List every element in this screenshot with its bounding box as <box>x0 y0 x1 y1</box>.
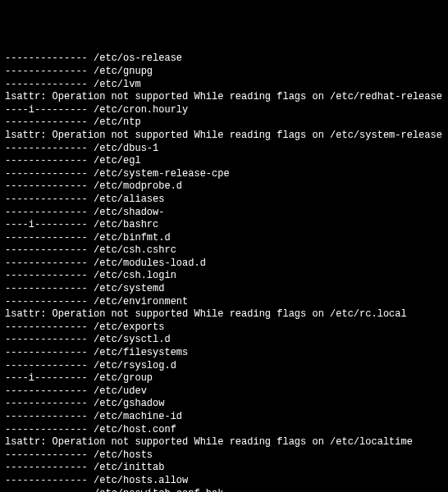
lsattr-entry: -------------- /etc/csh.cshrc <box>5 244 443 257</box>
file-path: /etc/environment <box>94 296 188 308</box>
file-path: /etc/exports <box>94 321 164 333</box>
file-path: /etc/gshadow <box>94 398 164 409</box>
file-path: /etc/cron.hourly <box>94 104 188 116</box>
attr-flags: -------------- <box>5 194 88 205</box>
attr-flags: -------------- <box>5 411 88 422</box>
lsattr-entry: -------------- /etc/modules-load.d <box>5 257 443 271</box>
attr-flags: -------------- <box>5 143 88 154</box>
file-path: /etc/egl <box>94 155 141 166</box>
lsattr-entry: -------------- /etc/dbus-1 <box>5 143 443 156</box>
attr-flags: -------------- <box>5 180 88 192</box>
file-path: /etc/sysctl.d <box>94 334 171 345</box>
attr-flags: -------------- <box>5 475 88 486</box>
file-path: /etc/csh.login <box>94 270 176 281</box>
attr-flags: ----i--------- <box>5 219 88 230</box>
file-path: /etc/modules-load.d <box>94 257 206 269</box>
file-path: /etc/os-release <box>94 52 182 64</box>
lsattr-entry: ----i--------- /etc/bashrc <box>5 219 443 232</box>
file-path: /etc/system-release-cpe <box>94 168 230 180</box>
attr-flags: -------------- <box>5 270 88 281</box>
file-path: /etc/bashrc <box>94 219 158 230</box>
lsattr-entry: -------------- /etc/environment <box>5 296 443 309</box>
attr-flags: -------------- <box>5 334 88 345</box>
attr-flags: -------------- <box>5 360 88 371</box>
lsattr-entry: -------------- /etc/inittab <box>5 462 443 475</box>
attr-flags: -------------- <box>5 244 88 256</box>
terminal-output: -------------- /etc/os-release----------… <box>5 52 443 492</box>
file-path: /etc/inittab <box>94 462 164 473</box>
attr-flags: -------------- <box>5 347 88 358</box>
file-path: /etc/modprobe.d <box>94 180 182 192</box>
file-path: /etc/hosts.allow <box>94 475 188 486</box>
attr-flags: -------------- <box>5 79 88 90</box>
lsattr-entry: -------------- /etc/host.conf <box>5 424 443 437</box>
lsattr-entry: -------------- /etc/udev <box>5 385 443 399</box>
lsattr-entry: -------------- /etc/egl <box>5 155 443 168</box>
lsattr-entry: -------------- /etc/shadow- <box>5 207 443 220</box>
lsattr-entry: -------------- /etc/rsyslog.d <box>5 360 443 373</box>
attr-flags: -------------- <box>5 321 88 333</box>
attr-flags: -------------- <box>5 488 88 492</box>
attr-flags: -------------- <box>5 232 88 244</box>
lsattr-entry: -------------- /etc/binfmt.d <box>5 232 443 245</box>
attr-flags: -------------- <box>5 155 88 166</box>
file-path: /etc/hosts <box>94 449 153 461</box>
file-path: /etc/csh.cshrc <box>94 244 176 256</box>
attr-flags: -------------- <box>5 116 88 128</box>
lsattr-entry: -------------- /etc/machine-id <box>5 411 443 424</box>
attr-flags: -------------- <box>5 207 88 218</box>
attr-flags: -------------- <box>5 385 88 397</box>
file-path: /etc/systemd <box>94 283 164 294</box>
file-path: /etc/ntp <box>94 116 141 128</box>
lsattr-error-line: lsattr: Operation not supported While re… <box>5 308 443 321</box>
lsattr-entry: -------------- /etc/aliases <box>5 194 443 207</box>
lsattr-entry: -------------- /etc/exports <box>5 321 443 335</box>
file-path: /etc/rsyslog.d <box>94 360 176 371</box>
attr-flags: -------------- <box>5 168 88 180</box>
lsattr-entry: -------------- /etc/csh.login <box>5 270 443 283</box>
attr-flags: -------------- <box>5 257 88 269</box>
lsattr-entry: -------------- /etc/nsswitch.conf.bak <box>5 488 443 492</box>
file-path: /etc/lvm <box>94 79 141 90</box>
file-path: /etc/aliases <box>94 194 164 205</box>
file-path: /etc/gnupg <box>94 66 153 77</box>
file-path: /etc/filesystems <box>94 347 188 358</box>
lsattr-error-line: lsattr: Operation not supported While re… <box>5 436 443 449</box>
attr-flags: -------------- <box>5 52 88 64</box>
lsattr-entry: -------------- /etc/lvm <box>5 79 443 92</box>
lsattr-entry: -------------- /etc/os-release <box>5 52 443 66</box>
attr-flags: -------------- <box>5 462 88 473</box>
attr-flags: -------------- <box>5 424 88 435</box>
file-path: /etc/group <box>94 372 153 384</box>
file-path: /etc/udev <box>94 385 147 397</box>
lsattr-entry: -------------- /etc/filesystems <box>5 347 443 360</box>
lsattr-entry: ----i--------- /etc/group <box>5 372 443 385</box>
file-path: /etc/dbus-1 <box>94 143 158 154</box>
file-path: /etc/binfmt.d <box>94 232 171 244</box>
attr-flags: -------------- <box>5 283 88 294</box>
lsattr-entry: -------------- /etc/hosts.allow <box>5 475 443 488</box>
lsattr-error-line: lsattr: Operation not supported While re… <box>5 130 443 143</box>
attr-flags: -------------- <box>5 398 88 409</box>
lsattr-error-line: lsattr: Operation not supported While re… <box>5 91 443 104</box>
lsattr-entry: -------------- /etc/gnupg <box>5 66 443 79</box>
file-path: /etc/shadow- <box>94 207 164 218</box>
lsattr-entry: -------------- /etc/sysctl.d <box>5 334 443 347</box>
attr-flags: -------------- <box>5 449 88 461</box>
attr-flags: -------------- <box>5 296 88 308</box>
attr-flags: -------------- <box>5 66 88 77</box>
file-path: /etc/nsswitch.conf.bak <box>94 488 223 492</box>
lsattr-entry: -------------- /etc/modprobe.d <box>5 180 443 194</box>
lsattr-entry: -------------- /etc/ntp <box>5 116 443 130</box>
lsattr-entry: -------------- /etc/system-release-cpe <box>5 168 443 181</box>
lsattr-entry: -------------- /etc/gshadow <box>5 398 443 411</box>
file-path: /etc/machine-id <box>94 411 182 422</box>
attr-flags: ----i--------- <box>5 372 88 384</box>
lsattr-entry: -------------- /etc/systemd <box>5 283 443 296</box>
file-path: /etc/host.conf <box>94 424 176 435</box>
lsattr-entry: ----i--------- /etc/cron.hourly <box>5 104 443 117</box>
lsattr-entry: -------------- /etc/hosts <box>5 449 443 462</box>
attr-flags: ----i--------- <box>5 104 88 116</box>
